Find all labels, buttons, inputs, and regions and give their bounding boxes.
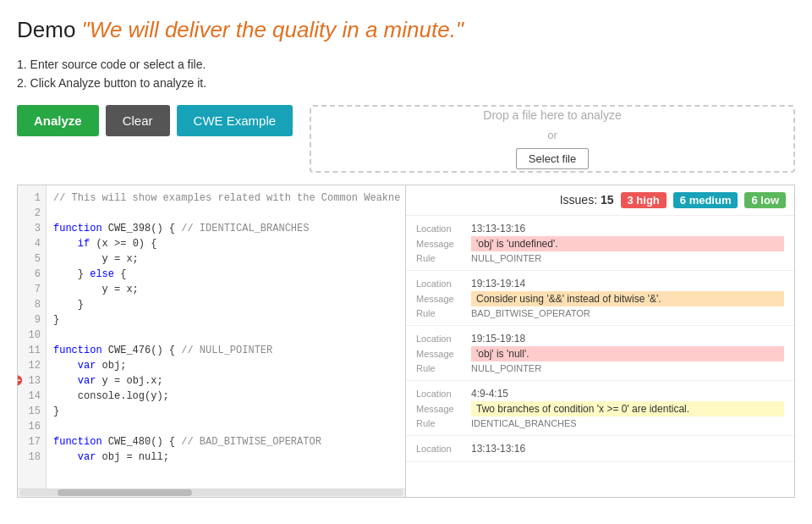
issue-location: 13:13-13:16 xyxy=(471,443,525,455)
issue-message: 'obj' is 'null'. xyxy=(471,346,784,361)
line-number: 15 xyxy=(23,404,41,419)
code-line: // This will show examples related with … xyxy=(53,190,398,206)
button-row: Analyze Clear CWE Example xyxy=(17,105,293,136)
select-file-button[interactable]: Select file xyxy=(516,148,589,169)
code-editor: 123⚠456789101112⛔131415161718 // This wi… xyxy=(17,185,406,498)
issue-location: 19:13-19:14 xyxy=(471,278,525,290)
line-number: ⛔13 xyxy=(23,373,41,389)
issue-location-row: Location 19:15-19:18 xyxy=(416,333,784,345)
issues-panel: Issues: 15 3 high 6 medium 6 low Locatio… xyxy=(406,185,795,498)
line-number: 18 xyxy=(23,450,41,465)
issue-location-row: Location 13:13-13:16 xyxy=(416,223,784,234)
issue-rule-row: Rule IDENTICAL_BRANCHES xyxy=(416,418,784,428)
badge-low: 6 low xyxy=(744,192,786,208)
rule-label: Rule xyxy=(416,363,471,373)
analyze-button[interactable]: Analyze xyxy=(17,105,99,136)
issue-rule-row: Rule NULL_POINTER xyxy=(416,363,784,373)
issue-item: Location 19:15-19:18 Message 'obj' is 'n… xyxy=(406,326,794,381)
title-brand: "We will deliver the quality in a minute… xyxy=(82,17,464,42)
instruction-step1: 1. Enter source code or select a file. xyxy=(17,55,795,74)
line-number: 10 xyxy=(23,328,41,343)
issue-location: 13:13-13:16 xyxy=(471,223,525,234)
issues-label-text: Issues: xyxy=(560,193,597,207)
code-scrollbar[interactable] xyxy=(18,488,405,497)
issue-location: 4:9-4:15 xyxy=(471,388,508,400)
title-static: Demo xyxy=(17,17,75,42)
cwe-example-button[interactable]: CWE Example xyxy=(177,105,294,136)
issue-message: 'obj' is 'undefined'. xyxy=(471,236,784,251)
line-number: 1 xyxy=(23,190,41,206)
line-numbers: 123⚠456789101112⛔131415161718 xyxy=(18,185,47,488)
scrollbar-thumb[interactable] xyxy=(58,489,192,496)
code-line: if (x >= 0) { xyxy=(53,236,398,251)
issue-rule-row: Rule BAD_BITWISE_OPERATOR xyxy=(416,308,784,318)
issue-rule: BAD_BITWISE_OPERATOR xyxy=(471,308,590,318)
code-line: y = x; xyxy=(53,251,398,267)
issue-location-row: Location 4:9-4:15 xyxy=(416,388,784,400)
code-line: var obj; xyxy=(53,358,398,373)
location-label: Location xyxy=(416,444,471,454)
message-label: Message xyxy=(416,404,471,414)
drop-hint: Drop a file here to analyze xyxy=(483,108,621,122)
scrollbar-track xyxy=(19,489,403,496)
message-label: Message xyxy=(416,349,471,359)
line-number: 7 xyxy=(23,282,41,297)
location-label: Location xyxy=(416,279,471,289)
code-line: function CWE_480() { // BAD_BITWISE_OPER… xyxy=(53,434,398,450)
code-line: var obj = null; xyxy=(53,450,398,465)
issue-rule: NULL_POINTER xyxy=(471,253,541,263)
code-line: var y = obj.x; xyxy=(53,373,398,389)
issue-rule-row: Rule NULL_POINTER xyxy=(416,253,784,263)
line-number: 11 xyxy=(23,343,41,358)
issues-count: 15 xyxy=(601,193,614,207)
issues-list[interactable]: Location 13:13-13:16 Message 'obj' is 'u… xyxy=(406,216,794,497)
clear-button[interactable]: Clear xyxy=(106,105,170,136)
line-number: ⚠4 xyxy=(23,236,41,251)
issue-message-row: Message 'obj' is 'null'. xyxy=(416,346,784,361)
code-content: 123⚠456789101112⛔131415161718 // This wi… xyxy=(18,185,405,488)
main-panel: 123⚠456789101112⛔131415161718 // This wi… xyxy=(17,185,795,498)
drop-zone[interactable]: Drop a file here to analyze or Select fi… xyxy=(310,105,795,173)
location-label: Location xyxy=(416,334,471,344)
issue-message: Two branches of condition 'x >= 0' are i… xyxy=(471,401,784,416)
issue-item: Location 13:13-13:16 Message 'obj' is 'u… xyxy=(406,216,794,271)
badge-medium: 6 medium xyxy=(673,192,738,208)
issue-message-row: Message Consider using '&&' instead of b… xyxy=(416,291,784,306)
message-label: Message xyxy=(416,239,471,249)
line-number: 2 xyxy=(23,206,41,221)
location-label: Location xyxy=(416,223,471,234)
left-controls: Analyze Clear CWE Example xyxy=(17,105,293,145)
issue-rule: IDENTICAL_BRANCHES xyxy=(471,418,577,428)
code-line xyxy=(53,419,398,434)
code-line xyxy=(53,206,398,221)
code-line: function CWE_398() { // IDENTICAL_BRANCH… xyxy=(53,221,398,236)
code-line xyxy=(53,328,398,343)
line-number: 14 xyxy=(23,389,41,404)
issues-header: Issues: 15 3 high 6 medium 6 low xyxy=(406,185,794,216)
line-number: 5 xyxy=(23,251,41,267)
rule-label: Rule xyxy=(416,308,471,318)
issue-message-row: Message Two branches of condition 'x >= … xyxy=(416,401,784,416)
code-line: } xyxy=(53,297,398,312)
line-number: 3 xyxy=(23,221,41,236)
message-label: Message xyxy=(416,294,471,304)
line-number: 12 xyxy=(23,358,41,373)
error-icon: ⛔ xyxy=(18,374,23,389)
issues-label: Issues: 15 xyxy=(560,193,614,207)
code-line: y = x; xyxy=(53,282,398,297)
page-title: Demo "We will deliver the quality in a m… xyxy=(17,17,795,43)
issue-message: Consider using '&&' instead of bitwise '… xyxy=(471,291,784,306)
rule-label: Rule xyxy=(416,253,471,263)
rule-label: Rule xyxy=(416,418,471,428)
code-line: function CWE_476() { // NULL_POINTER xyxy=(53,343,398,358)
line-number: 17 xyxy=(23,434,41,450)
issue-rule: NULL_POINTER xyxy=(471,363,541,373)
code-area[interactable]: // This will show examples related with … xyxy=(47,185,405,488)
badge-high: 3 high xyxy=(621,192,667,208)
instructions: 1. Enter source code or select a file. 2… xyxy=(17,55,795,93)
top-area: Analyze Clear CWE Example Drop a file he… xyxy=(17,105,795,173)
issue-location: 19:15-19:18 xyxy=(471,333,525,345)
issue-message-row: Message 'obj' is 'undefined'. xyxy=(416,236,784,251)
issue-item: Location 19:13-19:14 Message Consider us… xyxy=(406,271,794,326)
issue-location-row: Location 13:13-13:16 xyxy=(416,443,784,455)
